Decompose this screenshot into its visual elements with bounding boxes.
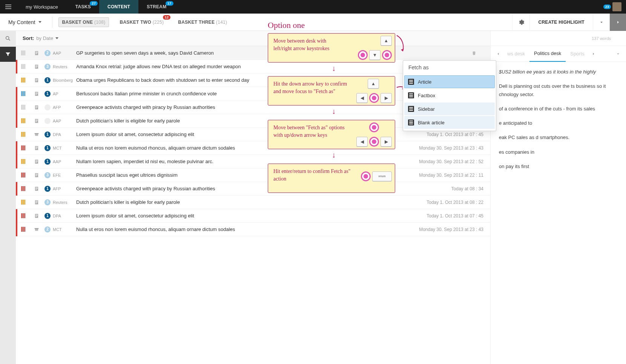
count-badge: 3: [44, 199, 51, 205]
basket-two[interactable]: BASKET TWO (225)12: [116, 17, 167, 27]
svg-rect-43: [35, 189, 37, 190]
list-row[interactable]: 1DPALorem ipsum dolor sit amet, consecte…: [16, 209, 490, 223]
status-sticks-icon: [21, 78, 29, 83]
status-sticks-icon: [21, 91, 29, 96]
chevron-right-icon: [615, 20, 621, 25]
left-key-icon: ◀: [356, 137, 368, 147]
desk-tab-sports[interactable]: Sports: [566, 46, 589, 62]
create-highlight-button[interactable]: CREATE HIGHLIGHT: [529, 14, 593, 31]
arrow-down-icon: ↓: [332, 151, 336, 159]
document-icon: [34, 159, 39, 164]
list-row[interactable]: 1AFPGreenpeace activists charged with pi…: [16, 182, 490, 196]
settings-button[interactable]: [512, 14, 529, 31]
count-badge: 1: [44, 186, 51, 192]
menu-button[interactable]: [0, 0, 17, 14]
article-icon: [408, 79, 414, 85]
preview-para: on pay its first: [499, 162, 618, 171]
right-key-icon: ▶: [381, 137, 392, 147]
fetch-item-label: Article: [418, 79, 431, 85]
tab-tasks[interactable]: TASKS27: [67, 0, 99, 14]
svg-rect-31: [35, 148, 37, 149]
timestamp: Monday 30. Sep 2013 at 22 : 11: [419, 173, 483, 178]
workspace-label[interactable]: my Workspace: [17, 4, 67, 10]
document-icon: [34, 186, 39, 191]
svg-rect-37: [35, 174, 38, 174]
desk-next[interactable]: [589, 49, 598, 58]
sort-dropdown[interactable]: Sort: by Date: [18, 35, 58, 41]
desk-tab-politics[interactable]: Politics desk: [529, 46, 566, 62]
status-sticks-icon: [21, 132, 29, 137]
preview-para: eak PC sales as d smartphones.: [499, 133, 618, 142]
my-content-dropdown[interactable]: My Content: [0, 19, 50, 25]
expand-button[interactable]: [593, 14, 609, 31]
fetch-item-sidebar[interactable]: Sidebar: [404, 102, 495, 115]
fetch-item-factbox[interactable]: Factbox: [404, 89, 495, 102]
return-key-icon: return: [372, 171, 392, 181]
annotation-note: Hit enter/return to confirm Fetch as" ac…: [268, 164, 395, 193]
desk-prev[interactable]: [494, 49, 503, 58]
archive-icon: [34, 227, 39, 232]
preview-panel: 137 words ws desk Politics desk Sports $…: [490, 31, 626, 364]
annotation-note: Move between "Fetch as" options with up/…: [268, 120, 395, 149]
list-row[interactable]: 1AAPNullam lorem sapien, imperdiet id ni…: [16, 155, 490, 168]
count-badge: 1: [44, 213, 51, 219]
list-row[interactable]: 2AAPGP surgeries to open seven days a we…: [16, 46, 490, 60]
priority-bar: [16, 128, 17, 141]
basket-one[interactable]: BASKET ONE (108): [58, 17, 109, 27]
search-button[interactable]: [0, 31, 16, 46]
status-sticks-icon: [21, 64, 29, 69]
priority-bar: [16, 141, 17, 155]
basket-count: (225): [153, 20, 164, 25]
priority-bar: [16, 209, 17, 223]
baskets: BASKET ONE (108) BASKET TWO (225)12 BASK…: [55, 17, 231, 27]
svg-rect-8: [35, 66, 38, 66]
source-label: EFE: [53, 173, 75, 177]
count-badge: 3: [44, 172, 51, 178]
source-label: Reuters: [53, 200, 75, 205]
basket-count: (108): [94, 20, 106, 25]
source-label: AAP: [53, 51, 75, 55]
headline: Nulla ut eros non lorem euismod rhoncus,…: [76, 226, 419, 232]
svg-line-1: [9, 39, 10, 40]
collapse-button[interactable]: [615, 51, 621, 57]
count-badge: 1: [44, 77, 51, 83]
svg-rect-23: [35, 119, 38, 120]
basket-label: BASKET ONE: [62, 20, 93, 25]
svg-rect-51: [35, 216, 37, 217]
headline: Amanda Knox retrial: judge allows new DN…: [76, 64, 451, 69]
status-sticks-icon: [21, 50, 29, 56]
svg-rect-38: [35, 174, 38, 175]
tab-content[interactable]: CONTENT: [99, 0, 138, 14]
source-label: Reuters: [53, 64, 75, 69]
key-label: return: [378, 174, 385, 178]
list-row[interactable]: 3ReutersDutch politician's killer is eli…: [16, 196, 490, 209]
list-row[interactable]: 3EFEPhasellus suscipit lacus eget ultric…: [16, 168, 490, 182]
list-row[interactable]: 2MCTNulla ut eros non lorem euismod rhon…: [16, 223, 490, 236]
factbox-icon: [408, 92, 414, 98]
arrow-down-icon: ↓: [332, 64, 336, 73]
priority-bar: [16, 155, 17, 168]
count-badge: 3: [44, 64, 51, 70]
svg-rect-45: [35, 201, 38, 201]
svg-rect-24: [35, 120, 38, 121]
filter-button[interactable]: [0, 47, 16, 62]
fetch-item-article[interactable]: Article: [404, 75, 495, 88]
desk-tab-ws[interactable]: ws desk: [503, 46, 529, 62]
tab-stream[interactable]: STREAM17: [138, 0, 175, 14]
list-row[interactable]: 1MCTNulla ut eros non lorem euismod rhon…: [16, 141, 490, 155]
annotation-text: Hit the down arrow key to confirm and mo…: [273, 80, 353, 95]
svg-rect-34: [35, 161, 38, 161]
document-icon: [34, 78, 39, 83]
document-icon: [34, 64, 39, 69]
avatar[interactable]: [612, 2, 621, 11]
basket-three[interactable]: BASKET THREE (141): [174, 17, 231, 27]
count-badge: 1: [44, 132, 51, 138]
fetch-item-blank[interactable]: Blank article: [404, 116, 495, 129]
sidebar-icon: [408, 106, 414, 112]
my-content-label: My Content: [8, 19, 35, 25]
forward-button[interactable]: [609, 14, 626, 31]
status-sticks-icon: [21, 118, 29, 124]
up-key-icon: ▲: [368, 79, 379, 89]
delete-button[interactable]: [471, 50, 477, 56]
hamburger-icon: [5, 5, 11, 9]
